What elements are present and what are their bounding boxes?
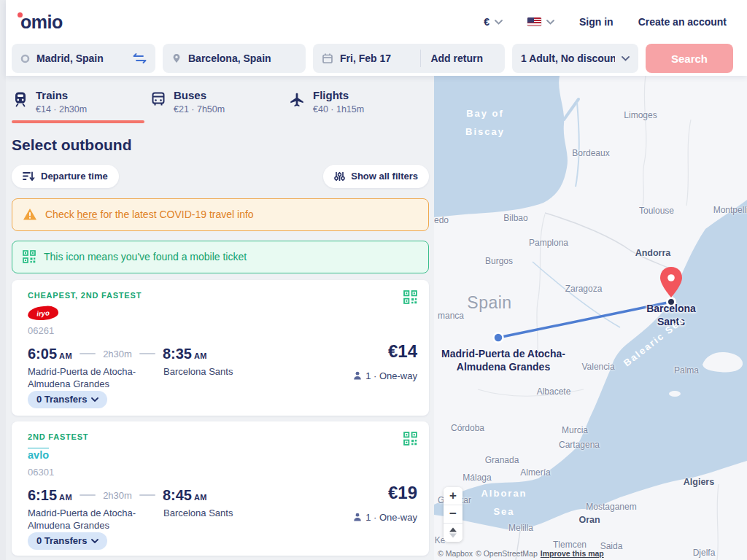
qr-code-icon (23, 250, 36, 263)
passenger-summary: 1 · One-way (353, 512, 417, 523)
tab-label: Buses (174, 89, 225, 103)
us-flag-icon (527, 18, 541, 26)
zoom-in-button[interactable]: + (444, 487, 462, 505)
mapbox-attribution-link[interactable]: © Mapbox (438, 549, 473, 558)
transfers-dropdown[interactable]: 0 Transfers (28, 532, 107, 550)
covid-here-link[interactable]: here (77, 209, 98, 220)
passengers-field[interactable]: 1 Adult, No discount ca (512, 44, 638, 73)
date-field[interactable]: Fri, Feb 17 Add return (313, 44, 505, 73)
depart-time: 6:15 (28, 487, 57, 503)
create-account-link[interactable]: Create an account (638, 16, 727, 28)
duration: 2h30m (103, 490, 132, 501)
map[interactable]: Bay of BiscayLimogesBordeauxToulouseMont… (434, 76, 747, 560)
passenger-summary: 1 · One-way (353, 370, 417, 381)
journey-times: 6:05AM 2h30m 8:35AM (28, 346, 207, 362)
arrive-time: 8:45 (163, 487, 192, 503)
search-bar: Madrid, Spain Barcelona, Spain Fri, Feb … (6, 41, 747, 76)
train-number: 06301 (28, 467, 54, 478)
origin-circle-icon (20, 54, 30, 63)
to-field[interactable]: Barcelona, Spain (163, 44, 306, 73)
swap-icon[interactable] (133, 53, 147, 63)
to-station: Barcelona Sants (163, 508, 233, 532)
tab-flights[interactable]: Flights €40 · 1h15m (287, 88, 425, 123)
page: omio € Sign in Create an account Madrid,… (0, 0, 747, 560)
improve-map-link[interactable]: Improve this map (541, 549, 604, 558)
logo-dot-icon (18, 12, 23, 18)
show-all-filters-button[interactable]: Show all filters (323, 165, 429, 188)
card-badge: 2ND FASTEST (28, 432, 88, 441)
train-number: 06261 (28, 325, 54, 336)
osm-attribution-link[interactable]: © OpenStreetMap (476, 549, 538, 558)
chevron-down-icon (622, 56, 630, 61)
journey-times: 6:15AM 2h30m 8:45AM (28, 487, 207, 504)
arrive-time: 8:35 (163, 346, 192, 362)
operator-logo-avlo: avlo (28, 448, 49, 462)
to-station: Barcelona Sants (163, 366, 233, 391)
plane-icon (289, 91, 305, 107)
tab-label: Flights (313, 89, 364, 103)
tab-label: Trains (36, 89, 87, 103)
sign-in-link[interactable]: Sign in (579, 16, 614, 28)
train-icon (13, 91, 28, 107)
tab-summary: €21 · 7h50m (174, 104, 225, 114)
page-title: Select outbound (12, 136, 429, 154)
topbar: omio € Sign in Create an account (6, 0, 747, 41)
map-zoom-controls: + − (444, 487, 462, 542)
transfers-dropdown[interactable]: 0 Transfers (28, 391, 107, 408)
language-selector[interactable] (527, 18, 554, 26)
stations: Madrid-Puerta de Atocha-Almudena Grandes… (28, 508, 233, 532)
dash (80, 353, 96, 354)
result-card-avlo[interactable]: 2ND FASTEST avlo 06301 6:15AM 2h30m 8:45… (12, 421, 429, 556)
divider (420, 50, 421, 67)
left-edge-strip (0, 0, 6, 560)
departure-time-label: Departure time (41, 171, 108, 182)
tab-summary: €40 · 1h15m (313, 104, 364, 114)
person-icon (353, 371, 362, 380)
from-field[interactable]: Madrid, Spain (12, 44, 155, 73)
location-pin-icon (171, 52, 182, 64)
to-value: Barcelona, Spain (188, 52, 271, 64)
chevron-down-icon (495, 20, 503, 25)
person-icon (353, 513, 362, 521)
covid-banner-text: Check here for the latest COVID-19 trave… (45, 209, 254, 220)
result-card-iryo[interactable]: CHEAPEST, 2ND FASTEST iryo 06261 6:05AM … (12, 280, 429, 416)
compass-button[interactable] (444, 524, 462, 542)
currency-value: € (484, 16, 489, 28)
sliders-icon (334, 171, 345, 182)
from-station: Madrid-Puerta de Atocha-Almudena Grandes (28, 508, 163, 532)
map-geography (434, 76, 747, 560)
header: omio € Sign in Create an account Madrid,… (6, 0, 747, 76)
filter-row: Departure time Show all filters (12, 165, 429, 188)
dash (80, 494, 96, 496)
currency-selector[interactable]: € (484, 16, 503, 28)
mobile-ticket-qr-icon (403, 290, 417, 304)
zoom-out-button[interactable]: − (444, 505, 462, 524)
from-station: Madrid-Puerta de Atocha-Almudena Grandes (28, 366, 163, 391)
dash (139, 494, 155, 496)
date-value: Fri, Feb 17 (340, 52, 391, 64)
chevron-down-icon (91, 397, 98, 402)
calendar-icon (322, 52, 333, 64)
chevron-down-icon (546, 20, 554, 25)
omio-logo[interactable]: omio (16, 12, 63, 33)
depart-time: 6:05 (28, 346, 57, 362)
transport-tabs: Trains €14 · 2h30m Buses €21 · 7h50m Fli… (12, 88, 429, 123)
bus-icon (151, 91, 166, 107)
tab-buses[interactable]: Buses €21 · 7h50m (150, 88, 287, 123)
stations: Madrid-Puerta de Atocha-Almudena Grandes… (28, 366, 233, 391)
search-button[interactable]: Search (646, 44, 733, 73)
compass-icon (449, 527, 457, 538)
destination-marker (667, 298, 676, 306)
results-panel: Trains €14 · 2h30m Buses €21 · 7h50m Fli… (6, 76, 434, 560)
mobile-banner-text: This icon means you've found a mobile ti… (44, 251, 247, 262)
departure-time-filter[interactable]: Departure time (12, 165, 119, 188)
dash (139, 353, 155, 354)
mobile-ticket-qr-icon (403, 432, 417, 446)
warning-icon (23, 208, 37, 221)
origin-marker (494, 333, 503, 343)
show-all-filters-label: Show all filters (351, 171, 418, 182)
chevron-down-icon (91, 539, 98, 543)
add-return-button[interactable]: Add return (430, 52, 483, 64)
tab-trains[interactable]: Trains €14 · 2h30m (12, 88, 150, 123)
map-attribution: © Mapbox © OpenStreetMap Improve this ma… (438, 549, 604, 558)
